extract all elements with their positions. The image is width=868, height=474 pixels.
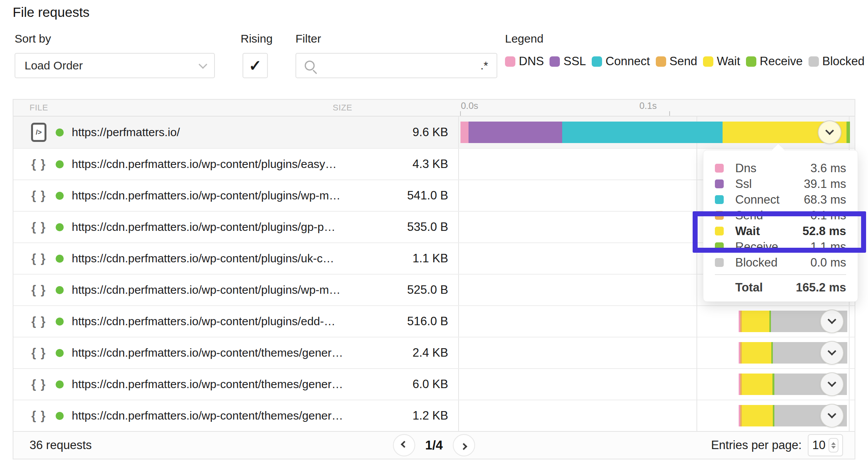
filter-text-input[interactable] — [320, 59, 475, 72]
tooltip-phase-name: Send — [735, 209, 763, 222]
entries-per-page-value: 10 — [812, 438, 825, 452]
table-row[interactable]: />https://perfmatters.io/9.6 KB — [13, 117, 855, 148]
size-cell: 1.2 KB — [332, 400, 458, 431]
timeline-cell — [458, 400, 849, 431]
request-count: 36 requests — [30, 438, 92, 452]
sort-by-select[interactable]: Load Order — [15, 53, 215, 78]
rising-checkbox[interactable]: ✓ — [243, 53, 268, 78]
prev-page-button[interactable] — [393, 434, 415, 456]
file-cell: { }https://cdn.perfmatters.io/wp-content… — [13, 337, 332, 368]
braces-js-file-icon: { } — [29, 252, 49, 265]
segment-dns — [460, 122, 469, 143]
regex-hint: .* — [480, 59, 488, 72]
size-cell: 9.6 KB — [332, 117, 458, 148]
size-cell: 6.0 KB — [332, 369, 458, 400]
status-dot — [56, 223, 64, 231]
legend-item-blocked: Blocked — [809, 54, 865, 68]
receive-color-chip — [715, 242, 724, 251]
timeline-cell — [458, 337, 849, 368]
sort-by-label: Sort by — [15, 32, 51, 45]
tooltip-row-blocked: Blocked0.0 ms — [715, 255, 846, 270]
request-url: https://cdn.perfmatters.io/wp-content/pl… — [72, 221, 335, 234]
request-url: https://cdn.perfmatters.io/wp-content/pl… — [72, 315, 335, 328]
dns-color-chip — [505, 56, 515, 67]
column-header-size: SIZE — [333, 103, 352, 113]
braces-js-file-icon: { } — [29, 346, 49, 360]
expand-request-button[interactable] — [820, 341, 844, 365]
receive-color-chip — [746, 56, 756, 67]
file-cell: { }https://cdn.perfmatters.io/wp-content… — [13, 149, 332, 179]
filter-field[interactable]: .* — [295, 53, 497, 78]
braces-icon-glyph: { } — [31, 189, 46, 202]
column-header-file: FILE — [30, 103, 48, 113]
expand-request-button[interactable] — [820, 309, 844, 333]
status-dot — [56, 318, 64, 326]
rising-label: Rising — [241, 32, 272, 45]
braces-icon-glyph: { } — [31, 409, 46, 423]
chevron-down-icon — [825, 126, 834, 135]
tooltip-phase-name: Blocked — [735, 256, 777, 270]
size-cell: 525.0 B — [332, 275, 458, 305]
chevron-right-icon — [460, 443, 467, 450]
timeline-right-pad — [849, 337, 855, 368]
timeline-gridline — [696, 117, 697, 431]
entries-per-page-input[interactable]: 10 — [808, 434, 843, 456]
status-dot — [56, 380, 64, 388]
tooltip-row-ssl: Ssl39.1 ms — [715, 176, 846, 192]
page-indicator: 1/4 — [425, 438, 443, 453]
send-color-chip — [656, 56, 666, 67]
braces-icon-glyph: { } — [31, 377, 46, 391]
axis-label-mid: 0.1s — [639, 100, 657, 111]
tooltip-phase-value: 1.1 ms — [810, 240, 846, 254]
number-stepper[interactable] — [828, 438, 838, 453]
file-cell: { }https://cdn.perfmatters.io/wp-content… — [13, 243, 332, 274]
table-row[interactable]: { }https://cdn.perfmatters.io/wp-content… — [13, 368, 855, 400]
timing-tooltip: Dns3.6 msSsl39.1 msConnect68.3 msSend0.1… — [703, 150, 858, 302]
legend-item-label: Wait — [717, 54, 740, 68]
braces-js-file-icon: { } — [29, 377, 49, 391]
expand-request-button[interactable] — [820, 372, 844, 396]
next-page-button[interactable] — [453, 434, 475, 456]
chevron-left-icon — [401, 441, 408, 448]
file-cell: />https://perfmatters.io/ — [13, 117, 332, 148]
legend-item-label: Connect — [606, 54, 650, 68]
tooltip-total-label: Total — [715, 281, 763, 295]
page-title: File requests — [13, 5, 89, 20]
size-cell: 535.0 B — [332, 212, 458, 242]
table-row[interactable]: { }https://cdn.perfmatters.io/wp-content… — [13, 400, 855, 431]
legend-item-ssl: SSL — [550, 54, 586, 68]
table-row[interactable]: { }https://cdn.perfmatters.io/wp-content… — [13, 305, 855, 337]
braces-js-file-icon: { } — [29, 189, 49, 202]
chevron-down-icon — [828, 410, 837, 418]
axis-label-start: 0.0s — [461, 100, 478, 111]
timeline-right-pad — [849, 400, 855, 431]
tooltip-phase-value: 68.3 ms — [804, 193, 846, 207]
size-cell: 1.1 KB — [332, 243, 458, 274]
legend-item-send: Send — [656, 54, 697, 68]
legend: DNSSSLConnectSendWaitReceiveBlocked — [505, 54, 865, 68]
braces-icon-glyph: { } — [31, 220, 46, 234]
wait-color-chip — [703, 56, 713, 67]
connect-color-chip — [715, 195, 724, 204]
chevron-down-icon — [828, 315, 837, 324]
ssl-color-chip — [715, 179, 724, 188]
tooltip-phase-value: 0.1 ms — [810, 209, 846, 222]
tooltip-row-wait: Wait52.8 ms — [715, 223, 846, 239]
expand-request-button[interactable] — [820, 404, 844, 428]
timeline-right-pad — [849, 306, 855, 337]
size-cell: 2.4 KB — [332, 337, 458, 368]
segment-ssl — [469, 122, 562, 143]
segment-connect — [562, 122, 723, 143]
axis-tick — [669, 111, 670, 116]
table-row[interactable]: { }https://cdn.perfmatters.io/wp-content… — [13, 337, 855, 368]
status-dot — [56, 192, 64, 200]
table-header: FILE SIZE 0.0s 0.1s — [13, 100, 855, 117]
expand-request-button[interactable] — [818, 120, 842, 144]
sort-by-value: Load Order — [25, 59, 83, 72]
request-url: https://cdn.perfmatters.io/wp-content/pl… — [72, 189, 340, 202]
blocked-color-chip — [715, 258, 724, 267]
request-url: https://cdn.perfmatters.io/wp-content/pl… — [72, 158, 337, 171]
timeline-axis: 0.0s 0.1s — [459, 100, 850, 116]
braces-icon-glyph: { } — [31, 283, 46, 297]
request-url: https://cdn.perfmatters.io/wp-content/th… — [72, 346, 343, 359]
